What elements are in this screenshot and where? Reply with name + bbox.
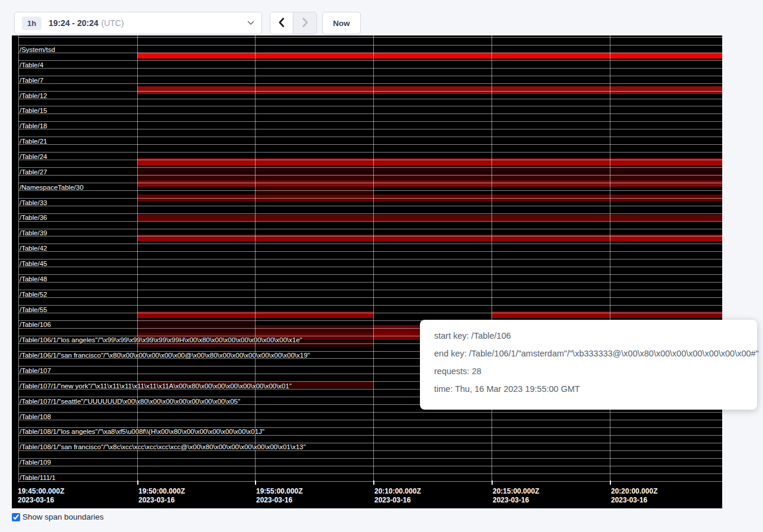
- heat-band: [137, 86, 722, 94]
- grid-row-line: [18, 68, 722, 69]
- column-line: [255, 35, 256, 482]
- grid-row-line: [18, 113, 722, 114]
- axis-tick-time: 19:50:00.000Z: [138, 487, 185, 496]
- axis-tick-time: 20:20:00.000Z: [611, 487, 658, 496]
- chevron-left-icon: [278, 17, 285, 30]
- span-label: /Table/4: [20, 61, 43, 69]
- tooltip-time: time: Thu, 16 Mar 2023 19:55:00 GMT: [434, 384, 743, 394]
- time-range-toolbar: 1h 19:24 - 20:24 (UTC) Now: [0, 0, 763, 35]
- grid-row-line: [18, 76, 722, 76]
- axis-tick-label: 19:50:00.000Z2023-03-16: [138, 487, 185, 505]
- span-label: /Table/7: [20, 77, 43, 84]
- grid-row-line: [18, 183, 722, 183]
- heat-band: [137, 325, 255, 333]
- show-span-boundaries-label[interactable]: Show span boundaries: [22, 512, 104, 521]
- grid-row-line: [18, 458, 722, 459]
- key-visualizer-canvas[interactable]: /System/tsd/Table/4/Table/7/Table/12/Tab…: [12, 35, 722, 508]
- span-label: /Table/36: [20, 214, 47, 221]
- next-time-button[interactable]: [293, 12, 316, 34]
- axis-tick-label: 20:20:00.000Z2023-03-16: [611, 487, 658, 505]
- span-label: /Table/45: [20, 260, 47, 267]
- axis-tick-date: 2023-03-16: [138, 496, 185, 505]
- span-label: /Table/12: [20, 92, 47, 99]
- time-range-utc-label: (UTC): [101, 18, 124, 28]
- span-label: /Table/39: [20, 229, 47, 236]
- grid-row-line: [18, 106, 722, 106]
- grid-row-line: [18, 313, 722, 313]
- span-label: /Table/27: [20, 168, 47, 176]
- axis-tick-date: 2023-03-16: [493, 496, 539, 505]
- span-label: /Table/52: [20, 291, 47, 298]
- tooltip-end-key: end key: /Table/106/1/"amsterdam"/"\xb33…: [434, 349, 743, 358]
- axis-tick-label: 19:45:00.000Z2023-03-16: [18, 487, 64, 505]
- tooltip-requests: requests: 28: [434, 366, 743, 376]
- time-range-text: 19:24 - 20:24: [49, 18, 98, 28]
- grid-row-line: [18, 99, 722, 99]
- key-visualizer-page: 1h 19:24 - 20:24 (UTC) Now /System/tsd/T…: [0, 0, 763, 532]
- grid-row-line: [18, 267, 722, 267]
- grid-row-line: [18, 236, 722, 236]
- column-line: [492, 35, 492, 482]
- span-label: /Table/48: [20, 275, 47, 283]
- time-range-selector[interactable]: 1h 19:24 - 20:24 (UTC): [14, 12, 262, 34]
- prev-time-button[interactable]: [270, 12, 293, 34]
- grid-row-line: [18, 37, 722, 38]
- grid-row-line: [18, 221, 722, 222]
- span-label: /Table/21: [20, 138, 47, 145]
- grid-row-line: [18, 305, 722, 306]
- hover-tooltip: start key: /Table/106 end key: /Table/10…: [420, 320, 757, 410]
- span-label: /Table/18: [20, 122, 47, 129]
- span-label: /System/tsd: [20, 46, 55, 53]
- show-span-boundaries-checkbox[interactable]: [12, 513, 20, 521]
- grid-row-line: [18, 420, 722, 420]
- axis-tick-date: 2023-03-16: [611, 496, 658, 505]
- heat-band: [137, 180, 722, 187]
- heat-band: [255, 325, 373, 333]
- grid-row-line: [18, 137, 722, 137]
- grid-row-line: [18, 83, 722, 84]
- span-label: /Table/107: [20, 367, 51, 374]
- grid-row-line: [18, 473, 722, 474]
- grid-row-line: [18, 466, 722, 466]
- span-label: /Table/15: [20, 107, 47, 114]
- axis-tick-time: 19:45:00.000Z: [18, 487, 64, 496]
- axis-tick: [137, 481, 138, 485]
- span-label: /Table/33: [20, 199, 47, 206]
- heat-band: [137, 53, 722, 59]
- heat-band: [137, 173, 722, 180]
- span-label: /Table/106/1/"san francisco"/"\x80\x00\x…: [20, 352, 310, 359]
- chevron-down-icon: [247, 21, 254, 25]
- axis-tick-time: 20:10:00.000Z: [374, 487, 421, 496]
- span-boundaries-control: Show span boundaries: [12, 512, 104, 521]
- grid-row-line: [18, 45, 722, 46]
- grid-row-line: [18, 213, 722, 214]
- column-line: [18, 35, 19, 482]
- axis-tick-label: 19:55:00.000Z2023-03-16: [256, 487, 303, 505]
- grid-row-line: [18, 91, 722, 92]
- grid-row-line: [18, 121, 722, 122]
- time-nav-group: [270, 12, 317, 34]
- grid-row-line: [18, 53, 722, 53]
- grid-row-line: [18, 60, 722, 61]
- span-label: /Table/108/1/"los angeles"/"\xa8\xf5\u00…: [20, 428, 264, 435]
- span-label: /Table/107/1/"new york"/"\x11\x11\x11\x1…: [20, 382, 292, 390]
- grid-row-line: [18, 167, 722, 168]
- axis-tick: [255, 481, 256, 485]
- time-range-badge: 1h: [22, 17, 41, 30]
- tooltip-start-key: start key: /Table/106: [434, 331, 743, 340]
- grid-row-line: [18, 198, 722, 199]
- axis-tick: [373, 481, 374, 485]
- span-label: /Table/109: [20, 459, 51, 466]
- grid-row-line: [18, 152, 722, 153]
- grid-row-line: [18, 274, 722, 275]
- axis-tick-label: 20:15:00.000Z2023-03-16: [493, 487, 539, 505]
- grid-row-line: [18, 229, 722, 229]
- grid-row-line: [18, 259, 722, 259]
- axis-tick: [610, 481, 611, 485]
- heat-band: [137, 215, 722, 221]
- span-label: /Table/107/1/"seattle"/"UUUUUUD\x00\x80\…: [20, 398, 240, 405]
- now-button[interactable]: Now: [322, 12, 361, 34]
- grid-row-line: [18, 282, 722, 283]
- span-label: /Table/106/1/"los angeles"/"\x99\x99\x99…: [20, 336, 302, 343]
- column-line: [373, 35, 374, 482]
